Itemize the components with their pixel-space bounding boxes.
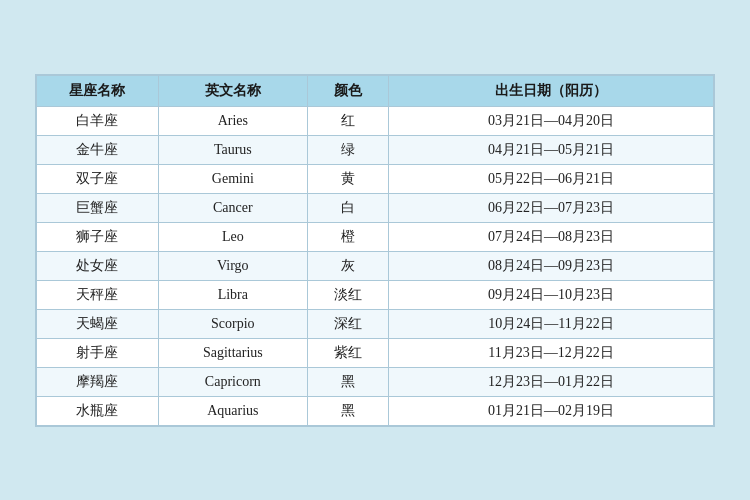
cell-en: Cancer [158, 193, 307, 222]
cell-color: 淡红 [307, 280, 388, 309]
cell-color: 紫红 [307, 338, 388, 367]
cell-color: 黑 [307, 396, 388, 425]
cell-date: 05月22日—06月21日 [389, 164, 714, 193]
cell-color: 橙 [307, 222, 388, 251]
cell-date: 06月22日—07月23日 [389, 193, 714, 222]
table-body: 白羊座Aries红03月21日—04月20日金牛座Taurus绿04月21日—0… [37, 106, 714, 425]
table-row: 摩羯座Capricorn黑12月23日—01月22日 [37, 367, 714, 396]
zodiac-table: 星座名称 英文名称 颜色 出生日期（阳历） 白羊座Aries红03月21日—04… [36, 75, 714, 426]
cell-color: 白 [307, 193, 388, 222]
cell-date: 09月24日—10月23日 [389, 280, 714, 309]
cell-zh: 白羊座 [37, 106, 159, 135]
cell-en: Aquarius [158, 396, 307, 425]
table-row: 巨蟹座Cancer白06月22日—07月23日 [37, 193, 714, 222]
cell-date: 03月21日—04月20日 [389, 106, 714, 135]
cell-color: 灰 [307, 251, 388, 280]
table-row: 天秤座Libra淡红09月24日—10月23日 [37, 280, 714, 309]
header-date: 出生日期（阳历） [389, 75, 714, 106]
cell-date: 01月21日—02月19日 [389, 396, 714, 425]
table-row: 金牛座Taurus绿04月21日—05月21日 [37, 135, 714, 164]
cell-color: 绿 [307, 135, 388, 164]
table-row: 射手座Sagittarius紫红11月23日—12月22日 [37, 338, 714, 367]
table-row: 天蝎座Scorpio深红10月24日—11月22日 [37, 309, 714, 338]
cell-zh: 狮子座 [37, 222, 159, 251]
cell-en: Sagittarius [158, 338, 307, 367]
cell-date: 12月23日—01月22日 [389, 367, 714, 396]
cell-en: Libra [158, 280, 307, 309]
header-en: 英文名称 [158, 75, 307, 106]
cell-color: 黑 [307, 367, 388, 396]
cell-en: Taurus [158, 135, 307, 164]
header-zh: 星座名称 [37, 75, 159, 106]
cell-en: Aries [158, 106, 307, 135]
zodiac-table-wrapper: 星座名称 英文名称 颜色 出生日期（阳历） 白羊座Aries红03月21日—04… [35, 74, 715, 427]
table-row: 处女座Virgo灰08月24日—09月23日 [37, 251, 714, 280]
cell-en: Gemini [158, 164, 307, 193]
cell-zh: 处女座 [37, 251, 159, 280]
table-row: 狮子座Leo橙07月24日—08月23日 [37, 222, 714, 251]
table-row: 水瓶座Aquarius黑01月21日—02月19日 [37, 396, 714, 425]
cell-zh: 摩羯座 [37, 367, 159, 396]
cell-zh: 水瓶座 [37, 396, 159, 425]
cell-zh: 巨蟹座 [37, 193, 159, 222]
cell-zh: 金牛座 [37, 135, 159, 164]
cell-date: 10月24日—11月22日 [389, 309, 714, 338]
cell-zh: 天秤座 [37, 280, 159, 309]
cell-date: 08月24日—09月23日 [389, 251, 714, 280]
header-color: 颜色 [307, 75, 388, 106]
cell-date: 04月21日—05月21日 [389, 135, 714, 164]
cell-zh: 射手座 [37, 338, 159, 367]
cell-color: 黄 [307, 164, 388, 193]
cell-date: 11月23日—12月22日 [389, 338, 714, 367]
cell-date: 07月24日—08月23日 [389, 222, 714, 251]
table-header-row: 星座名称 英文名称 颜色 出生日期（阳历） [37, 75, 714, 106]
table-row: 双子座Gemini黄05月22日—06月21日 [37, 164, 714, 193]
cell-color: 深红 [307, 309, 388, 338]
cell-en: Virgo [158, 251, 307, 280]
cell-en: Capricorn [158, 367, 307, 396]
cell-zh: 双子座 [37, 164, 159, 193]
table-row: 白羊座Aries红03月21日—04月20日 [37, 106, 714, 135]
cell-en: Scorpio [158, 309, 307, 338]
cell-zh: 天蝎座 [37, 309, 159, 338]
cell-color: 红 [307, 106, 388, 135]
cell-en: Leo [158, 222, 307, 251]
